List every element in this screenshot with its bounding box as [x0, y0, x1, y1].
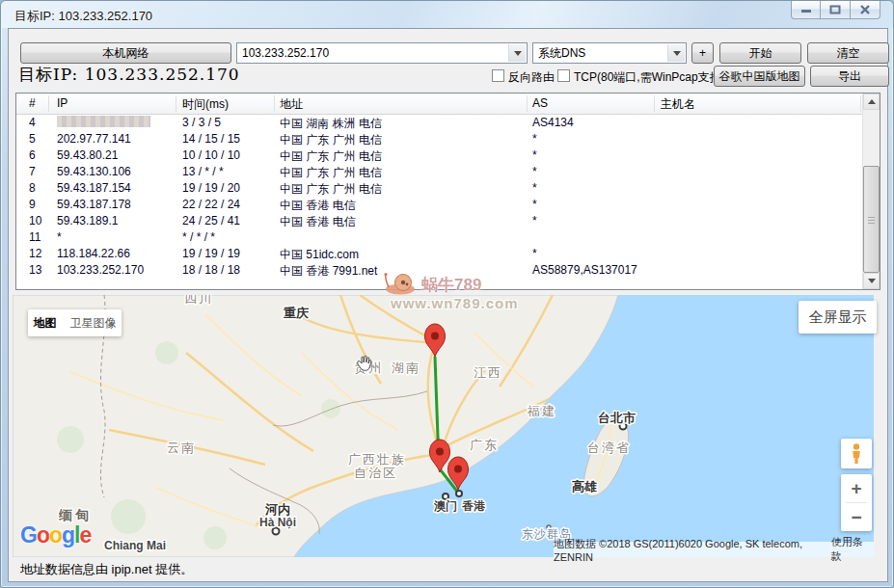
col-header-ip[interactable]: IP — [57, 96, 68, 110]
map-label: 广西壮族 — [348, 452, 406, 467]
table-row[interactable]: 13103.233.252.17018 / 18 / 18中国 香港 7991.… — [16, 261, 862, 278]
table-row[interactable]: 959.43.187.17822 / 22 / 24中国 香港 电信* — [16, 196, 862, 212]
cell-time: 22 / 22 / 24 — [182, 198, 240, 211]
target-ip-value: 103.233.252.170 — [242, 46, 329, 60]
window-frame: 目标IP: 103.233.252.170 本机网络 103.233.252.1… — [0, 0, 894, 588]
map-label: 四川 — [184, 295, 213, 306]
scroll-down-button[interactable] — [863, 273, 880, 289]
col-header-host[interactable]: 主机名 — [661, 96, 695, 113]
hop-table-body: 43 / 3 / 5中国 湖南 株洲 电信AS41345202.97.77.14… — [16, 114, 862, 289]
map-label: 湖南 — [392, 361, 420, 375]
reverse-route-label: 反向路由 — [508, 69, 555, 86]
table-row[interactable]: 859.43.187.15419 / 19 / 20中国 广东 广州 电信* — [16, 179, 862, 196]
cell-ip: 103.233.252.170 — [57, 263, 144, 277]
route-map[interactable]: 四川重庆贵州湖南江西云南福建广东广西壮族自治区台北市台湾省高雄东沙群岛缅甸Chi… — [13, 295, 874, 557]
dns-dropdown[interactable] — [667, 44, 685, 62]
terms-link[interactable]: 使用条款 — [831, 535, 870, 564]
scroll-up-button[interactable] — [863, 94, 880, 110]
cell-as: AS4134 — [532, 116, 574, 129]
reverse-route-checkbox[interactable] — [492, 69, 504, 82]
table-row[interactable]: 11** / * / * — [16, 228, 862, 245]
map-label: 台北市 — [598, 411, 636, 425]
table-row[interactable]: 43 / 3 / 5中国 湖南 株洲 电信AS4134 — [16, 114, 862, 130]
city-dot — [456, 491, 462, 496]
col-header-time[interactable]: 时间(ms) — [182, 96, 229, 113]
triangle-up-icon — [868, 99, 876, 104]
export-button[interactable]: 导出 — [810, 66, 889, 87]
hop-table: # IP 时间(ms) 地址 AS 主机名 43 / 3 / 5中国 湖南 株洲… — [15, 93, 880, 290]
start-button[interactable]: 开始 — [719, 42, 801, 64]
clear-button[interactable]: 清空 — [807, 42, 889, 64]
table-row[interactable]: 12118.184.22.6619 / 19 / 19中国 51idc.com* — [16, 245, 862, 261]
column-divider[interactable] — [274, 95, 275, 112]
table-row[interactable]: 5202.97.77.14114 / 15 / 15中国 广东 广州 电信* — [16, 130, 862, 147]
target-ip-dropdown[interactable] — [508, 44, 526, 62]
status-bar-text: 地址数据信息由 ipip.net 提供。 — [20, 561, 193, 578]
cell-time: 3 / 3 / 5 — [182, 116, 221, 129]
hop-table-header[interactable]: # IP 时间(ms) 地址 AS 主机名 — [16, 94, 880, 115]
cell-as: * — [532, 148, 537, 162]
cell-hop: 9 — [29, 198, 36, 211]
google-logo[interactable]: Google — [20, 522, 91, 548]
col-header-hop[interactable]: # — [29, 96, 36, 110]
cell-as: * — [532, 181, 537, 195]
local-network-button[interactable]: 本机网络 — [20, 42, 231, 64]
google-logo-letter: g — [62, 522, 74, 548]
maximize-button[interactable] — [821, 1, 851, 19]
close-button[interactable] — [851, 1, 880, 19]
cell-hop: 5 — [29, 132, 36, 146]
cell-as: * — [532, 165, 537, 178]
add-target-button[interactable]: + — [691, 42, 714, 64]
column-divider[interactable] — [176, 95, 176, 112]
cell-hop: 8 — [29, 181, 36, 195]
column-divider[interactable] — [527, 95, 528, 112]
col-header-as[interactable]: AS — [532, 96, 548, 110]
table-row[interactable]: 759.43.130.10613 / * / *中国 广东 广州 电信* — [16, 163, 862, 179]
cell-as: * — [532, 198, 537, 211]
google-logo-letter: G — [20, 522, 37, 548]
table-scrollbar[interactable] — [862, 94, 880, 289]
cell-ip: 59.43.189.1 — [57, 214, 118, 227]
cell-time: 19 / 19 / 19 — [182, 247, 240, 260]
map-canvas: 四川重庆贵州湖南江西云南福建广东广西壮族自治区台北市台湾省高雄东沙群岛缅甸Chi… — [13, 295, 874, 557]
dns-combobox[interactable]: 系统DNS — [532, 42, 687, 64]
cell-ip: * — [57, 230, 62, 244]
table-row[interactable]: 1059.43.189.124 / 25 / 41中国 香港 电信* — [16, 212, 862, 228]
column-divider[interactable] — [48, 95, 49, 112]
cell-hop: 4 — [29, 116, 36, 129]
map-attribution: 地图数据 ©2018 GS(2011)6020 Google, SK telec… — [554, 537, 820, 563]
column-divider[interactable] — [654, 95, 655, 112]
target-ip-combobox[interactable]: 103.233.252.170 — [236, 42, 528, 64]
cell-ip: 59.43.187.178 — [57, 198, 131, 211]
pegman-button[interactable] — [841, 439, 872, 468]
scrollbar-thumb[interactable] — [863, 166, 880, 273]
map-label: Hà Nội — [259, 516, 296, 529]
target-ip-label: 目标IP: 103.233.252.170 — [18, 64, 240, 86]
map-label: 自治区 — [354, 466, 397, 480]
zoom-out-button[interactable]: − — [841, 503, 872, 531]
cell-ip: 118.184.22.66 — [57, 247, 130, 260]
window-title: 目标IP: 103.233.252.170 — [14, 8, 152, 25]
zoom-in-button[interactable]: + — [841, 474, 872, 502]
cell-as: AS58879,AS137017 — [532, 263, 637, 277]
col-header-location[interactable]: 地址 — [280, 96, 303, 113]
fullscreen-button[interactable]: 全屏显示 — [799, 301, 877, 334]
cell-hop: 12 — [29, 247, 41, 260]
google-logo-letter: e — [79, 522, 91, 548]
table-row[interactable]: 659.43.80.2110 / 10 / 10中国 广东 广州 电信* — [16, 147, 862, 163]
map-attribution-bar: 地图数据 ©2018 GS(2011)6020 Google, SK telec… — [554, 542, 874, 557]
minimize-button[interactable] — [791, 1, 821, 19]
map-type-map-button[interactable]: 地图 — [34, 315, 57, 332]
tcp-mode-checkbox[interactable] — [557, 69, 570, 82]
cell-time: 19 / 19 / 20 — [182, 181, 240, 195]
map-label: 福建 — [527, 404, 556, 418]
title-bar[interactable]: 目标IP: 103.233.252.170 — [1, 1, 893, 28]
cell-hop: 7 — [29, 165, 36, 178]
map-zoom-control: + − — [841, 474, 872, 531]
map-type-satellite-button[interactable]: 卫星图像 — [70, 315, 117, 332]
map-label: 云南 — [167, 441, 196, 455]
google-cn-map-button[interactable]: 谷歌中国版地图 — [714, 66, 805, 87]
column-divider[interactable] — [860, 95, 861, 112]
map-label: 台湾省 — [587, 441, 631, 455]
minimize-icon — [800, 6, 812, 14]
